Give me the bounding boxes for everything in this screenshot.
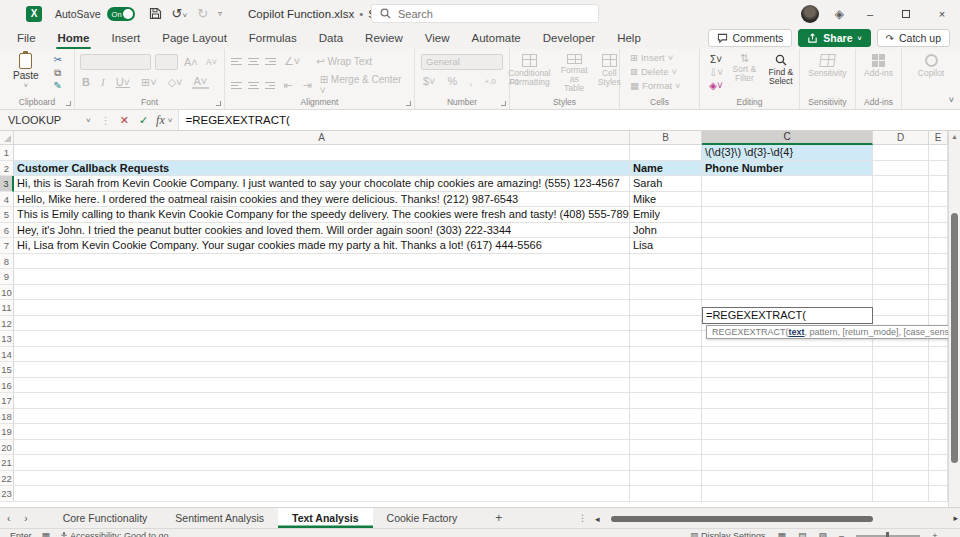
column-header-A[interactable]: A <box>14 131 630 145</box>
number-dialog-launcher[interactable] <box>501 101 506 106</box>
format-painter-icon[interactable]: ✎ <box>48 80 68 92</box>
cell-B11[interactable] <box>630 300 702 316</box>
cell-D7[interactable] <box>873 238 929 254</box>
autosave-toggle[interactable]: On <box>107 7 135 21</box>
cell-C22[interactable] <box>702 471 873 487</box>
cell-A5[interactable]: This is Emily calling to thank Kevin Coo… <box>14 207 630 223</box>
prev-sheet-icon[interactable]: ‹ <box>0 508 17 528</box>
cell-D2[interactable] <box>873 161 929 177</box>
orientation-icon[interactable]: ∠˅ <box>282 55 302 68</box>
save-icon[interactable] <box>149 7 162 20</box>
excel-app-icon[interactable]: X <box>26 6 42 22</box>
formula-input[interactable]: =REGEXEXTRACT( <box>178 110 960 130</box>
gem-icon[interactable]: ◈ <box>835 7 844 21</box>
sheet-tab-cookie-factory[interactable]: Cookie Factory <box>373 508 472 528</box>
merge-center-button[interactable]: ⊞ Merge & Center ˅ <box>320 74 408 96</box>
cell-A22[interactable] <box>14 471 630 487</box>
tab-developer[interactable]: Developer <box>532 27 606 49</box>
row-header-23[interactable]: 23 <box>0 486 14 502</box>
cell-C4[interactable] <box>702 192 873 208</box>
row-header-13[interactable]: 13 <box>0 331 14 347</box>
cell-A3[interactable]: Hi, this is Sarah from Kevin Cookie Comp… <box>14 176 630 192</box>
row-header-19[interactable]: 19 <box>0 424 14 440</box>
row-header-16[interactable]: 16 <box>0 378 14 394</box>
cell-D4[interactable] <box>873 192 929 208</box>
cell-E18[interactable] <box>929 409 948 425</box>
fill-icon[interactable]: ⇩˅ <box>706 67 726 79</box>
cell-D10[interactable] <box>873 285 929 301</box>
cell-E4[interactable] <box>929 192 948 208</box>
cancel-entry-icon[interactable]: ✕ <box>120 114 129 127</box>
column-header-D[interactable]: D <box>873 131 929 145</box>
decrease-indent-icon[interactable]: ⇤ <box>281 79 294 92</box>
cell-A23[interactable] <box>14 486 630 502</box>
percent-style-icon[interactable]: % <box>446 75 460 87</box>
cell-A4[interactable]: Hello, Mike here. I ordered the oatmeal … <box>14 192 630 208</box>
cell-D6[interactable] <box>873 223 929 239</box>
cell-A6[interactable]: Hey, it's John. I tried the peanut butte… <box>14 223 630 239</box>
cell-C3[interactable] <box>702 176 873 192</box>
cell-D22[interactable] <box>873 471 929 487</box>
cell-B7[interactable]: Lisa <box>630 238 702 254</box>
insert-cells-button[interactable]: ⊞ Insert ˅ <box>630 51 695 65</box>
row-header-10[interactable]: 10 <box>0 285 14 301</box>
tab-automate[interactable]: Automate <box>461 27 532 49</box>
cell-E5[interactable] <box>929 207 948 223</box>
increase-indent-icon[interactable]: ⇥ <box>300 79 313 92</box>
cell-A14[interactable] <box>14 347 630 363</box>
cell-E8[interactable] <box>929 254 948 270</box>
cell-A18[interactable] <box>14 409 630 425</box>
cell-B22[interactable] <box>630 471 702 487</box>
italic-button[interactable]: I <box>99 76 107 88</box>
tab-data[interactable]: Data <box>308 27 354 49</box>
sheet-tab-core-functionality[interactable]: Core Functionality <box>49 508 162 528</box>
align-left-icon[interactable] <box>231 81 242 90</box>
cell-C9[interactable] <box>702 269 873 285</box>
cell-D11[interactable] <box>873 300 929 316</box>
restore-button[interactable] <box>896 8 916 20</box>
cell-A13[interactable] <box>14 331 630 347</box>
cell-C15[interactable] <box>702 362 873 378</box>
cell-E1[interactable] <box>929 145 948 161</box>
display-settings-button[interactable]: ▥ Display Settings <box>690 531 766 537</box>
cell-D17[interactable] <box>873 393 929 409</box>
row-header-9[interactable]: 9 <box>0 269 14 285</box>
cell-D3[interactable] <box>873 176 929 192</box>
cell-E21[interactable] <box>929 455 948 471</box>
row-header-18[interactable]: 18 <box>0 409 14 425</box>
decrease-font-size-icon[interactable]: A˅ <box>204 57 219 67</box>
cell-A19[interactable] <box>14 424 630 440</box>
cell-E10[interactable] <box>929 285 948 301</box>
confirm-entry-icon[interactable]: ✓ <box>139 114 148 127</box>
cell-B20[interactable] <box>630 440 702 456</box>
horizontal-scrollbar-thumb[interactable] <box>611 516 873 522</box>
undo-icon[interactable]: ↺˅ <box>172 7 188 20</box>
cell-B21[interactable] <box>630 455 702 471</box>
font-name-select[interactable] <box>80 54 151 70</box>
scroll-up-icon[interactable]: ▲ <box>949 131 960 143</box>
cell-B9[interactable] <box>630 269 702 285</box>
cell-D15[interactable] <box>873 362 929 378</box>
cell-A12[interactable] <box>14 316 630 332</box>
tab-insert[interactable]: Insert <box>100 27 151 49</box>
cell-A11[interactable] <box>14 300 630 316</box>
cell-A8[interactable] <box>14 254 630 270</box>
cell-B13[interactable] <box>630 331 702 347</box>
cut-icon[interactable]: ✂ <box>48 54 68 66</box>
new-sheet-button[interactable]: + <box>485 508 512 528</box>
cell-B10[interactable] <box>630 285 702 301</box>
cell-A1[interactable] <box>14 145 630 161</box>
cell-D9[interactable] <box>873 269 929 285</box>
insert-function-icon[interactable]: fx <box>156 113 165 128</box>
alignment-dialog-launcher[interactable] <box>406 101 411 106</box>
cell-D8[interactable] <box>873 254 929 270</box>
row-header-2[interactable]: 2 <box>0 161 14 177</box>
normal-view-icon[interactable]: ▦ <box>778 531 787 537</box>
cell-A17[interactable] <box>14 393 630 409</box>
align-bottom-icon[interactable] <box>265 57 276 66</box>
cell-D5[interactable] <box>873 207 929 223</box>
accessibility-status[interactable]: Accessibility: Good to go <box>60 531 169 537</box>
tab-formulas[interactable]: Formulas <box>238 27 308 49</box>
user-avatar[interactable] <box>801 5 819 23</box>
cell-C20[interactable] <box>702 440 873 456</box>
